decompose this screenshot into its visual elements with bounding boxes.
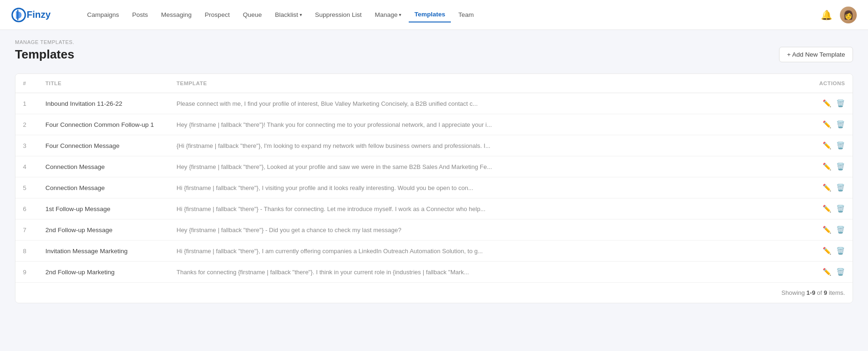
nav-templates[interactable]: Templates [409,7,451,22]
row-num: 6 [15,198,38,219]
edit-icon[interactable]: ✏️ [823,183,831,192]
col-title: TITLE [38,74,169,93]
row-actions: ✏️ 🗑️ [806,156,853,177]
edit-icon[interactable]: ✏️ [823,162,831,171]
avatar-image: 👩 [840,7,857,23]
avatar[interactable]: 👩 [840,7,857,23]
navbar: Finzy Campaigns Posts Messaging Prospect… [0,0,868,30]
row-title: 2nd Follow-up Message [38,219,169,241]
row-title: Inbound Invitation 11-26-22 [38,93,169,114]
row-num: 9 [15,262,38,283]
row-template: Hi {firstname | fallback "there"}, I am … [169,241,806,262]
table-row: 3 Four Connection Message {Hi {firstname… [15,135,853,156]
edit-icon[interactable]: ✏️ [823,205,831,213]
table-row: 5 Connection Message Hi {firstname | fal… [15,177,853,198]
blacklist-chevron-icon: ▾ [300,12,302,17]
row-template: Hi {firstname | fallback "there"}, I vis… [169,177,806,198]
edit-icon[interactable]: ✏️ [823,120,831,129]
delete-icon[interactable]: 🗑️ [836,247,845,255]
delete-icon[interactable]: 🗑️ [836,226,845,234]
row-actions: ✏️ 🗑️ [806,114,853,135]
nav-links: Campaigns Posts Messaging Prospect Queue… [81,7,821,22]
nav-prospect[interactable]: Prospect [199,7,235,22]
nav-blacklist[interactable]: Blacklist ▾ [269,7,308,22]
row-template: Hi {firstname | fallback "there"} - Than… [169,198,806,219]
row-num: 1 [15,93,38,114]
delete-icon[interactable]: 🗑️ [836,162,845,171]
showing-total: 9 [824,289,827,296]
svg-text:Finzy: Finzy [27,9,51,20]
row-num: 4 [15,156,38,177]
row-num: 7 [15,219,38,241]
nav-right: 🔔 👩 [821,7,857,23]
row-actions: ✏️ 🗑️ [806,177,853,198]
row-num: 8 [15,241,38,262]
table-row: 2 Four Connection Common Follow-up 1 Hey… [15,114,853,135]
nav-messaging[interactable]: Messaging [155,7,197,22]
row-actions: ✏️ 🗑️ [806,219,853,241]
page-header: Templates + Add New Template [15,47,853,62]
row-template: Thanks for connecting {firstname | fallb… [169,262,806,283]
templates-table: # TITLE TEMPLATE ACTIONS 1 Inbound Invit… [15,74,853,282]
row-title: Four Connection Common Follow-up 1 [38,114,169,135]
nav-queue[interactable]: Queue [237,7,268,22]
col-template: TEMPLATE [169,74,806,93]
row-title: 1st Follow-up Message [38,198,169,219]
table-row: 1 Inbound Invitation 11-26-22 Please con… [15,93,853,114]
manage-chevron-icon: ▾ [399,12,401,17]
row-template: Hey {firstname | fallback "there"}, Look… [169,156,806,177]
delete-icon[interactable]: 🗑️ [836,205,845,213]
row-title: Connection Message [38,177,169,198]
table-header: # TITLE TEMPLATE ACTIONS [15,74,853,93]
showing-suffix: items. [827,289,845,296]
delete-icon[interactable]: 🗑️ [836,268,845,276]
page-content: MANAGE TEMPLATES. Templates + Add New Te… [0,30,868,322]
delete-icon[interactable]: 🗑️ [836,99,845,108]
table-row: 6 1st Follow-up Message Hi {firstname | … [15,198,853,219]
row-template: Hey {firstname | fallback "there"} - Did… [169,219,806,241]
col-actions: ACTIONS [806,74,853,93]
nav-posts[interactable]: Posts [126,7,154,22]
notification-bell-icon[interactable]: 🔔 [821,9,832,21]
row-actions: ✏️ 🗑️ [806,241,853,262]
row-template: Please connect with me, I find your prof… [169,93,806,114]
page-title: Templates [15,47,74,62]
add-new-template-button[interactable]: + Add New Template [779,47,853,62]
delete-icon[interactable]: 🗑️ [836,183,845,192]
edit-icon[interactable]: ✏️ [823,268,831,276]
table-row: 8 Invitation Message Marketing Hi {first… [15,241,853,262]
delete-icon[interactable]: 🗑️ [836,141,845,150]
table-row: 4 Connection Message Hey {firstname | fa… [15,156,853,177]
table-footer: Showing 1-9 of 9 items. [15,282,853,303]
edit-icon[interactable]: ✏️ [823,99,831,108]
table-row: 9 2nd Follow-up Marketing Thanks for con… [15,262,853,283]
delete-icon[interactable]: 🗑️ [836,120,845,129]
row-title: Four Connection Message [38,135,169,156]
row-template: Hey {firstname | fallback "there"}! Than… [169,114,806,135]
edit-icon[interactable]: ✏️ [823,226,831,234]
nav-suppression[interactable]: Suppression List [309,7,368,22]
manage-label: MANAGE TEMPLATES. [15,39,853,45]
showing-prefix: Showing [781,289,806,296]
col-num: # [15,74,38,93]
edit-icon[interactable]: ✏️ [823,247,831,255]
row-num: 3 [15,135,38,156]
logo[interactable]: Finzy [11,7,63,23]
showing-mid: of [815,289,824,296]
templates-table-card: # TITLE TEMPLATE ACTIONS 1 Inbound Invit… [15,73,853,303]
row-num: 2 [15,114,38,135]
row-actions: ✏️ 🗑️ [806,93,853,114]
row-title: Invitation Message Marketing [38,241,169,262]
row-actions: ✏️ 🗑️ [806,262,853,283]
nav-team[interactable]: Team [453,7,479,22]
row-num: 5 [15,177,38,198]
showing-range: 1-9 [807,289,816,296]
edit-icon[interactable]: ✏️ [823,141,831,150]
table-body: 1 Inbound Invitation 11-26-22 Please con… [15,93,853,283]
table-row: 7 2nd Follow-up Message Hey {firstname |… [15,219,853,241]
row-title: 2nd Follow-up Marketing [38,262,169,283]
nav-manage[interactable]: Manage ▾ [369,7,407,22]
row-actions: ✏️ 🗑️ [806,135,853,156]
row-template: {Hi {firstname | fallback "there"}, I'm … [169,135,806,156]
nav-campaigns[interactable]: Campaigns [81,7,125,22]
